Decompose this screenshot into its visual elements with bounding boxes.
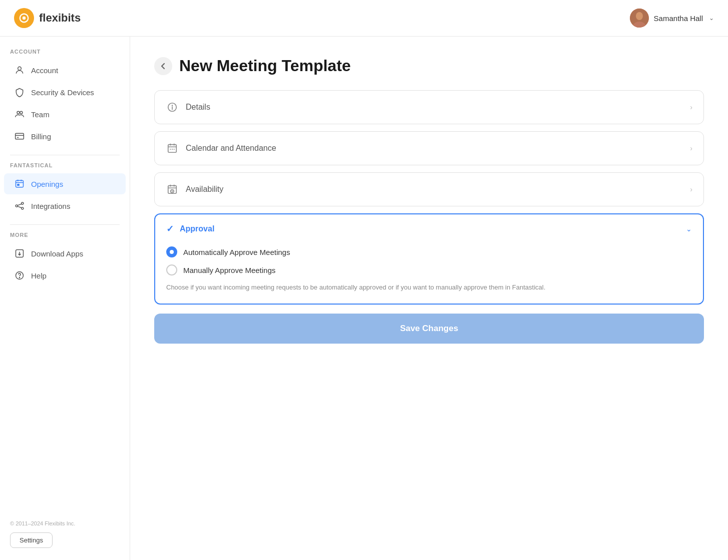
integrations-label: Integrations <box>31 202 70 210</box>
approval-header[interactable]: ✓ Approval ⌄ <box>155 214 703 243</box>
details-label: Details <box>186 103 210 112</box>
manual-approve-option[interactable]: Manually Approve Meetings <box>166 264 692 275</box>
sidebar-divider-2 <box>10 224 120 225</box>
main-content: New Meeting Template Details › <box>130 37 728 560</box>
integrations-icon <box>14 200 25 211</box>
main-layout: ACCOUNT Account Security & Devices <box>0 37 728 560</box>
app-header: flexibits Samantha Hall ⌄ <box>0 0 728 37</box>
user-menu-chevron-icon: ⌄ <box>709 15 714 22</box>
person-icon <box>14 65 25 76</box>
approval-header-left: ✓ Approval <box>166 223 214 234</box>
help-icon <box>14 270 25 281</box>
availability-row[interactable]: Availability › <box>155 173 703 206</box>
auto-approve-label: Automatically Approve Meetings <box>183 248 290 256</box>
logo: flexibits <box>14 8 81 28</box>
openings-label: Openings <box>31 180 63 188</box>
svg-rect-13 <box>18 184 19 186</box>
approval-body: Automatically Approve Meetings Manually … <box>155 243 703 304</box>
calendar-label: Calendar and Attendance <box>186 144 276 153</box>
availability-row-left: Availability <box>166 183 223 196</box>
avatar <box>630 9 649 28</box>
svg-point-5 <box>18 67 22 70</box>
sidebar-divider-1 <box>10 155 120 155</box>
security-label: Security & Devices <box>31 88 94 97</box>
svg-point-21 <box>19 277 20 278</box>
sidebar-item-billing[interactable]: Billing <box>4 126 126 147</box>
user-name: Samantha Hall <box>654 14 703 23</box>
auto-approve-radio[interactable] <box>166 246 177 257</box>
billing-icon <box>14 131 25 142</box>
check-icon: ✓ <box>166 223 174 234</box>
auto-approve-radio-inner <box>170 250 174 254</box>
save-changes-button[interactable]: Save Changes <box>154 314 704 344</box>
user-menu[interactable]: Samantha Hall ⌄ <box>630 9 714 28</box>
team-icon <box>14 109 25 120</box>
calendar-icon <box>166 142 179 155</box>
sidebar-item-openings[interactable]: Openings <box>4 173 126 194</box>
fantastical-section-label: FANTASTICAL <box>0 162 130 173</box>
svg-point-1 <box>23 17 26 20</box>
availability-label: Availability <box>186 185 223 194</box>
svg-rect-11 <box>16 180 24 187</box>
svg-point-15 <box>22 202 24 204</box>
help-label: Help <box>31 271 47 280</box>
sidebar-footer: © 2011–2024 Flexibits Inc. Settings <box>0 512 130 548</box>
sidebar-item-integrations[interactable]: Integrations <box>4 195 126 216</box>
svg-line-18 <box>18 206 22 208</box>
logo-icon <box>14 8 34 28</box>
back-button[interactable] <box>154 57 172 75</box>
account-section-label: ACCOUNT <box>0 49 130 60</box>
page-header: New Meeting Template <box>154 57 704 75</box>
more-section-label: MORE <box>0 232 130 243</box>
svg-rect-8 <box>16 133 24 139</box>
page-title: New Meeting Template <box>179 57 351 75</box>
manual-approve-label: Manually Approve Meetings <box>183 266 275 274</box>
sidebar-item-team[interactable]: Team <box>4 104 126 125</box>
team-label: Team <box>31 110 50 119</box>
approval-chevron-icon: ⌄ <box>686 225 692 233</box>
availability-chevron-icon: › <box>690 185 692 193</box>
svg-point-16 <box>22 207 24 209</box>
billing-label: Billing <box>31 132 51 141</box>
details-chevron-icon: › <box>690 103 692 111</box>
details-section: Details › <box>154 90 704 124</box>
sidebar-item-security[interactable]: Security & Devices <box>4 82 126 103</box>
sidebar: ACCOUNT Account Security & Devices <box>0 37 130 560</box>
approval-section: ✓ Approval ⌄ Automatically Approve Meeti… <box>154 213 704 305</box>
svg-point-7 <box>20 111 23 114</box>
availability-section: Availability › <box>154 172 704 206</box>
calendar-row[interactable]: Calendar and Attendance › <box>155 132 703 165</box>
details-row[interactable]: Details › <box>155 91 703 124</box>
shield-icon <box>14 87 25 98</box>
settings-button[interactable]: Settings <box>10 532 53 548</box>
auto-approve-option[interactable]: Automatically Approve Meetings <box>166 246 692 257</box>
logo-text: flexibits <box>39 12 81 25</box>
svg-point-14 <box>16 205 18 207</box>
approval-title: Approval <box>180 224 214 233</box>
account-label: Account <box>31 66 58 75</box>
svg-line-17 <box>18 204 22 205</box>
sidebar-item-account[interactable]: Account <box>4 60 126 81</box>
svg-rect-25 <box>168 145 177 153</box>
calendar-row-left: Calendar and Attendance <box>166 142 276 155</box>
calendar-chevron-icon: › <box>690 144 692 152</box>
svg-point-3 <box>636 12 643 20</box>
download-icon <box>14 248 25 259</box>
sidebar-item-help[interactable]: Help <box>4 265 126 286</box>
info-icon <box>166 101 179 114</box>
download-label: Download Apps <box>31 249 83 258</box>
approval-description: Choose if you want incoming meeting requ… <box>166 283 692 293</box>
calendar-section: Calendar and Attendance › <box>154 131 704 165</box>
svg-point-6 <box>17 111 20 114</box>
manual-approve-radio[interactable] <box>166 264 177 275</box>
details-row-left: Details <box>166 101 210 114</box>
clock-icon <box>166 183 179 196</box>
footer-copyright: © 2011–2024 Flexibits Inc. <box>10 520 120 526</box>
sidebar-item-download[interactable]: Download Apps <box>4 243 126 264</box>
openings-icon <box>14 178 25 189</box>
